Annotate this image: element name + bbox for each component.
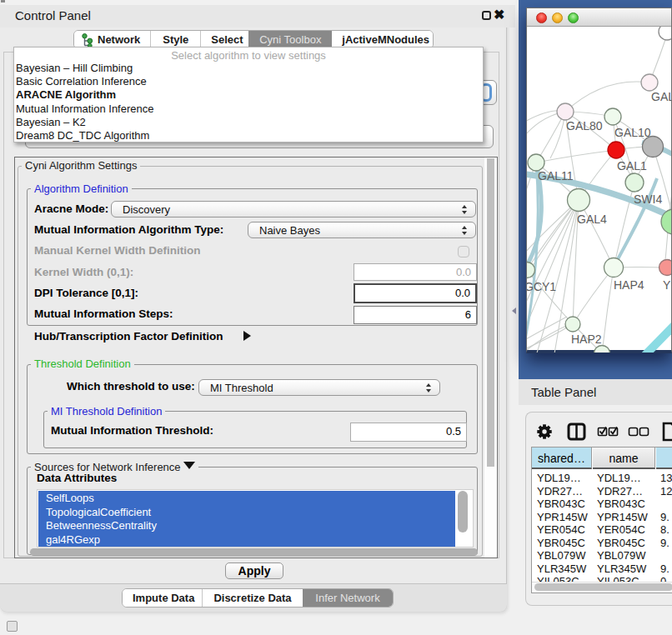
svg-text:GAL1: GAL1: [617, 159, 647, 172]
svg-text:HAP2: HAP2: [571, 332, 602, 346]
svg-text:GAL10: GAL10: [614, 126, 651, 139]
svg-text:GAL80: GAL80: [566, 119, 603, 132]
svg-text:HAP4: HAP4: [614, 278, 644, 292]
svg-text:GCY1: GCY1: [527, 280, 556, 293]
svg-text:GAL7: GAL7: [651, 90, 671, 103]
svg-text:SWI4: SWI4: [634, 192, 662, 206]
svg-text:Y: Y: [663, 278, 671, 292]
svg-text:GAL11: GAL11: [538, 169, 574, 182]
svg-text:GAL4: GAL4: [577, 212, 607, 226]
